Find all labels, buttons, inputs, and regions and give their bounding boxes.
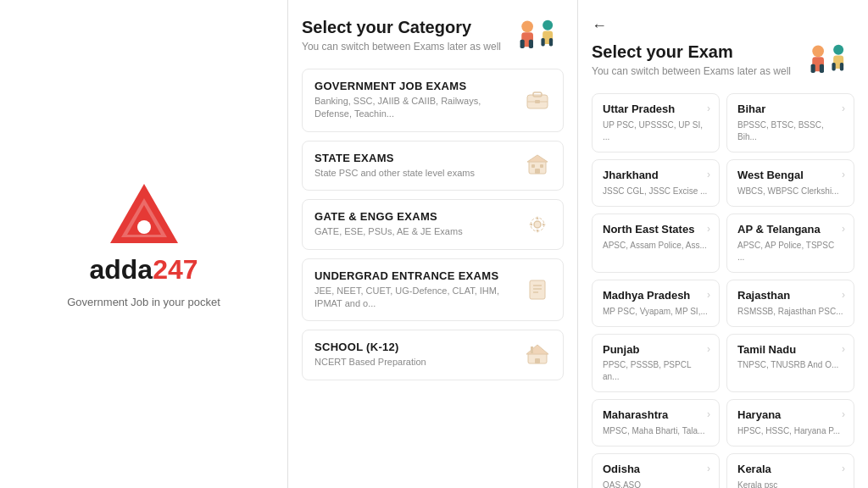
adda-logo-icon xyxy=(106,180,182,247)
category-item-state-exams[interactable]: STATE EXAMS State PSC and other state le… xyxy=(302,141,564,191)
exam-desc: TNPSC, TNUSRB And O... xyxy=(737,359,843,371)
exam-item-maharashtra[interactable]: › Maharashtra MPSC, Maha Bharti, Tala... xyxy=(592,399,720,446)
arrow-icon: › xyxy=(707,169,710,180)
svg-point-3 xyxy=(137,220,151,234)
category-item-school[interactable]: SCHOOL (K-12) NCERT Based Preparation xyxy=(302,330,564,380)
svg-point-21 xyxy=(534,221,541,228)
category-header: Select your Category You can switch betw… xyxy=(302,17,564,55)
exam-name: Kerala xyxy=(737,463,843,477)
exam-item-bihar[interactable]: › Bihar BPSSC, BTSC, BSSC, Bih... xyxy=(726,93,854,152)
exam-item-kerala[interactable]: › Kerala Kerala psc xyxy=(726,453,854,488)
category-item-name: STATE EXAMS xyxy=(314,152,475,164)
exam-item-punjab[interactable]: › Punjab PPSC, PSSSB, PSPCL an... xyxy=(592,334,720,393)
back-arrow-icon: ← xyxy=(592,17,607,35)
svg-point-35 xyxy=(833,45,843,55)
exam-item-ap-telangana[interactable]: › AP & Telangana APSC, AP Police, TSPSC … xyxy=(726,214,854,273)
arrow-icon: › xyxy=(842,343,845,355)
svg-rect-15 xyxy=(535,100,540,103)
category-subtitle: You can switch between Exams later as we… xyxy=(302,41,501,53)
exam-title: Select your Exam xyxy=(592,42,791,62)
category-item-desc: NCERT Based Preparation xyxy=(314,356,426,369)
exam-desc: BPSSC, BTSC, BSSC, Bih... xyxy=(737,119,843,143)
logo-container: adda 247 Government Job in your pocket xyxy=(67,180,220,308)
exam-desc: HPSC, HSSC, Haryana P... xyxy=(737,425,843,437)
category-title: Select your Category xyxy=(302,17,501,37)
arrow-icon: › xyxy=(842,408,845,420)
exam-item-odisha[interactable]: › Odisha OAS,ASO xyxy=(592,453,720,488)
exam-item-haryana[interactable]: › Haryana HPSC, HSSC, Haryana P... xyxy=(726,399,854,446)
svg-rect-34 xyxy=(820,64,824,73)
svg-point-8 xyxy=(542,20,553,30)
gear-icon xyxy=(524,211,551,238)
exam-desc: PPSC, PSSSB, PSPCL an... xyxy=(603,359,709,383)
category-item-desc: State PSC and other state level exams xyxy=(314,167,475,180)
exam-desc: UP PSC, UPSSSC, UP SI, ... xyxy=(603,119,709,143)
category-panel: Select your Category You can switch betw… xyxy=(288,0,578,488)
svg-rect-11 xyxy=(549,38,553,46)
back-button[interactable]: ← xyxy=(592,17,854,35)
exam-item-rajasthan[interactable]: › Rajasthan RSMSSB, Rajasthan PSC... xyxy=(726,280,854,327)
svg-rect-38 xyxy=(840,63,843,70)
svg-rect-29 xyxy=(535,358,540,363)
svg-rect-20 xyxy=(540,164,543,168)
category-item-gate-engg[interactable]: GATE & ENGG EXAMS GATE, ESE, PSUs, AE & … xyxy=(302,199,564,249)
category-item-govt-jobs[interactable]: GOVERNMENT JOB EXAMS Banking, SSC, JAIIB… xyxy=(302,69,564,132)
svg-rect-33 xyxy=(811,64,815,73)
exam-name: West Bengal xyxy=(737,169,843,183)
svg-point-4 xyxy=(521,21,533,33)
arrow-icon: › xyxy=(707,343,710,355)
exam-desc: APSC, Assam Police, Ass... xyxy=(603,240,709,252)
category-item-desc: Banking, SSC, JAIIB & CAIIB, Railways, D… xyxy=(314,95,515,121)
category-illustration xyxy=(513,17,564,55)
exam-name: Madhya Pradesh xyxy=(603,289,709,303)
category-item-text: GATE & ENGG EXAMS GATE, ESE, PSUs, AE & … xyxy=(314,210,463,238)
exam-item-madhya-pradesh[interactable]: › Madhya Pradesh MP PSC, Vyapam, MP SI,.… xyxy=(592,280,720,327)
svg-marker-17 xyxy=(527,155,548,162)
exam-item-jharkhand[interactable]: › Jharkhand JSSC CGL, JSSC Excise ... xyxy=(592,159,720,207)
logo-tagline: Government Job in your pocket xyxy=(67,296,220,308)
briefcase-icon xyxy=(524,86,551,114)
arrow-icon: › xyxy=(842,103,845,114)
exam-desc: RSMSSB, Rajasthan PSC... xyxy=(737,306,843,318)
exam-header: Select your Exam You can switch between … xyxy=(592,42,854,80)
exam-grid: › Uttar Pradesh UP PSC, UPSSSC, UP SI, .… xyxy=(592,93,854,488)
svg-rect-23 xyxy=(530,280,545,299)
arrow-icon: › xyxy=(842,169,845,180)
svg-rect-7 xyxy=(529,40,533,48)
svg-rect-18 xyxy=(535,169,540,174)
category-item-desc: GATE, ESE, PSUs, AE & JE Exams xyxy=(314,225,463,238)
svg-rect-30 xyxy=(531,347,533,353)
exam-item-tamil-nadu[interactable]: › Tamil Nadu TNPSC, TNUSRB And O... xyxy=(726,334,854,393)
exam-name: Jharkhand xyxy=(603,169,709,183)
logo-247: 247 xyxy=(153,254,198,286)
category-item-name: SCHOOL (K-12) xyxy=(314,341,426,353)
svg-rect-37 xyxy=(832,63,835,70)
exam-header-text: Select your Exam You can switch between … xyxy=(592,42,791,77)
category-item-text: SCHOOL (K-12) NCERT Based Preparation xyxy=(314,341,426,369)
exam-name: Maharashtra xyxy=(603,408,709,423)
arrow-icon: › xyxy=(707,223,710,235)
exam-name: Rajasthan xyxy=(737,289,843,303)
exam-name: Uttar Pradesh xyxy=(603,103,709,117)
exam-desc: Kerala psc xyxy=(737,480,843,488)
exam-name: North East States xyxy=(603,223,709,237)
category-item-desc: JEE, NEET, CUET, UG-Defence, CLAT, IHM, … xyxy=(314,285,515,311)
svg-rect-19 xyxy=(531,164,535,168)
exam-subtitle: You can switch between Exams later as we… xyxy=(592,65,791,77)
logo-adda: adda xyxy=(89,254,153,286)
category-item-name: GOVERNMENT JOB EXAMS xyxy=(314,80,515,92)
arrow-icon: › xyxy=(842,223,845,235)
category-item-name: UNDERGRAD ENTRANCE EXAMS xyxy=(314,269,515,282)
logo-panel: adda 247 Government Job in your pocket xyxy=(0,0,288,488)
category-item-undergrad[interactable]: UNDERGRAD ENTRANCE EXAMS JEE, NEET, CUET… xyxy=(302,258,564,322)
exam-desc: JSSC CGL, JSSC Excise ... xyxy=(603,186,709,197)
exam-item-west-bengal[interactable]: › West Bengal WBCS, WBPSC Clerkshi... xyxy=(726,159,854,207)
exam-name: Haryana xyxy=(737,408,843,423)
exam-desc: APSC, AP Police, TSPSC ... xyxy=(737,240,843,263)
exam-item-uttar-pradesh[interactable]: › Uttar Pradesh UP PSC, UPSSSC, UP SI, .… xyxy=(592,93,720,152)
exam-name: Odisha xyxy=(603,463,709,477)
exam-desc: MPSC, Maha Bharti, Tala... xyxy=(603,425,709,437)
exam-item-north-east-states[interactable]: › North East States APSC, Assam Police, … xyxy=(592,214,720,273)
category-header-text: Select your Category You can switch betw… xyxy=(302,17,501,53)
arrow-icon: › xyxy=(707,103,710,114)
